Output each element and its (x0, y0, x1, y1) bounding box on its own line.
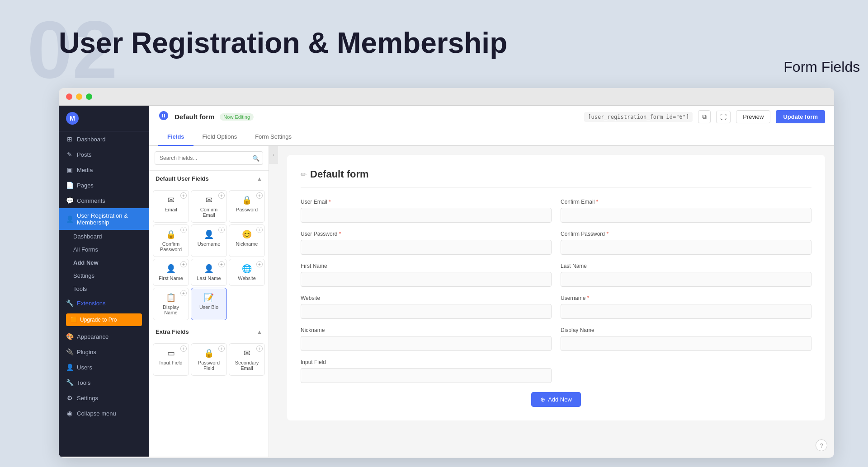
field-label: Input Field (159, 360, 182, 365)
field-display-name[interactable]: + 📋 Display Name (153, 288, 189, 320)
add-plus-icon[interactable]: + (180, 227, 187, 233)
sidebar-item-dashboard[interactable]: ⊞ Dashboard (59, 131, 149, 147)
add-plus-icon[interactable]: + (218, 346, 225, 352)
confirm-email-field-icon: ✉ (206, 195, 212, 205)
display-name-input[interactable] (561, 336, 811, 351)
nickname-label: Nickname (301, 327, 552, 333)
default-fields-label: Default User Fields (156, 175, 209, 182)
username-input[interactable] (561, 304, 811, 319)
password-field2-icon: 🔒 (204, 348, 214, 358)
field-password[interactable]: + 🔒 Password (229, 190, 265, 223)
shortcode-display[interactable]: [user_registration_form id="6"] (584, 112, 693, 122)
minimize-button[interactable] (76, 93, 82, 100)
field-confirm-email[interactable]: + ✉ Confirm Email (191, 190, 227, 223)
last-name-input[interactable] (561, 272, 811, 287)
field-secondary-email[interactable]: + ✉ Secondary Email (229, 343, 265, 376)
field-user-bio[interactable]: 📝 User Bio (191, 288, 227, 320)
copy-shortcode-button[interactable]: ⧉ (698, 110, 711, 123)
field-group-nickname: Nickname (301, 327, 552, 351)
add-plus-icon[interactable]: + (218, 261, 225, 267)
add-plus-icon[interactable]: + (180, 261, 187, 267)
field-password-field[interactable]: + 🔒 Password Field (191, 343, 227, 376)
add-plus-icon[interactable]: + (256, 192, 263, 199)
input-field-label: Input Field (301, 359, 552, 365)
sidebar-logo: M (59, 106, 149, 131)
field-email[interactable]: + ✉ Email (153, 190, 189, 223)
tab-form-settings[interactable]: Form Settings (246, 128, 301, 146)
website-input[interactable] (301, 304, 552, 319)
sidebar-item-comments[interactable]: 💬 Comments (59, 193, 149, 208)
main-content: Default form Now Editing [user_registrat… (149, 106, 834, 457)
sidebar-item-media[interactable]: ▣ Media (59, 162, 149, 177)
extra-fields-header[interactable]: Extra Fields ▲ (149, 324, 269, 340)
field-group-website: Website (301, 295, 552, 319)
field-label: Last Name (197, 276, 221, 281)
page-header: User Registration & Membership Form Fiel… (59, 27, 507, 59)
field-group-confirm-email: Confirm Email * (561, 199, 811, 223)
preview-button[interactable]: Preview (736, 110, 770, 123)
add-plus-icon[interactable]: + (218, 192, 225, 199)
search-input[interactable] (155, 151, 263, 165)
tab-fields[interactable]: Fields (158, 128, 193, 146)
help-icon[interactable]: ? (816, 439, 827, 451)
form-title-row: ✏ Default form (301, 168, 811, 188)
maximize-button[interactable] (86, 93, 92, 100)
sidebar-item-plugins[interactable]: 🔌 Plugins (59, 344, 149, 360)
user-password-input[interactable] (301, 240, 552, 255)
sidebar-item-settings[interactable]: ⚙ Settings (59, 390, 149, 406)
logo-icon: M (66, 112, 79, 125)
update-form-button[interactable]: Update form (776, 110, 825, 123)
expand-button[interactable]: ⛶ (716, 111, 731, 123)
form-row-4: Website Username * (301, 295, 811, 319)
add-plus-icon[interactable]: + (180, 346, 187, 352)
close-button[interactable] (66, 93, 72, 100)
sidebar-item-users[interactable]: 👤 Users (59, 360, 149, 375)
sidebar-sub-item-add-new[interactable]: Add New (59, 256, 149, 269)
pages-icon: 📄 (66, 182, 73, 189)
sidebar-sub-item-settings[interactable]: Settings (59, 269, 149, 282)
sidebar-item-pages[interactable]: 📄 Pages (59, 177, 149, 193)
tab-field-options[interactable]: Field Options (193, 128, 246, 146)
sidebar-item-label: Comments (77, 197, 105, 204)
input-field-input[interactable] (301, 368, 552, 383)
field-first-name[interactable]: + 👤 First Name (153, 259, 189, 286)
field-confirm-password[interactable]: + 🔒 Confirm Password (153, 224, 189, 257)
sidebar-sub-item-dashboard[interactable]: Dashboard (59, 230, 149, 243)
nickname-input[interactable] (301, 336, 552, 351)
page-title: User Registration & Membership (59, 27, 507, 59)
collapse-icon: ◉ (66, 410, 73, 417)
password-field-icon: 🔒 (242, 195, 252, 205)
field-website[interactable]: + 🌐 Website (229, 259, 265, 286)
sidebar-item-appearance[interactable]: 🎨 Appearance (59, 329, 149, 344)
confirm-password-input[interactable] (561, 240, 811, 255)
user-email-input[interactable] (301, 208, 552, 223)
add-plus-icon[interactable]: + (256, 261, 263, 267)
add-plus-icon[interactable]: + (180, 192, 187, 199)
add-plus-icon[interactable]: + (180, 290, 187, 296)
sidebar-sub-item-tools[interactable]: Tools (59, 282, 149, 295)
field-group-last-name: Last Name (561, 263, 811, 287)
first-name-input[interactable] (301, 272, 552, 287)
user-password-label: User Password * (301, 231, 552, 237)
field-last-name[interactable]: + 👤 Last Name (191, 259, 227, 286)
search-icon[interactable]: 🔍 (252, 155, 259, 162)
confirm-email-input[interactable] (561, 208, 811, 223)
field-nickname[interactable]: + 😊 Nickname (229, 224, 265, 257)
sidebar-item-posts[interactable]: ✎ Posts (59, 147, 149, 162)
edit-title-icon[interactable]: ✏ (301, 170, 307, 179)
form-card: ✏ Default form User Email * Confirm Emai… (287, 155, 825, 420)
default-user-fields-header[interactable]: Default User Fields ▲ (149, 171, 269, 187)
upgrade-button[interactable]: 🟧 Upgrade to Pro (66, 313, 142, 326)
sidebar-sub-item-all-forms[interactable]: All Forms (59, 243, 149, 256)
sidebar-item-collapse[interactable]: ◉ Collapse menu (59, 406, 149, 421)
add-plus-icon[interactable]: + (218, 227, 225, 233)
sidebar-item-extensions[interactable]: 🔧 Extensions (59, 295, 149, 311)
panel-collapse-button[interactable]: ‹ (269, 146, 278, 164)
sidebar-item-user-registration[interactable]: 👤 User Registration & Membership (59, 208, 149, 230)
add-new-button[interactable]: ⊕ Add New (531, 392, 581, 407)
sidebar-item-tools[interactable]: 🔧 Tools (59, 375, 149, 390)
add-plus-icon[interactable]: + (256, 346, 263, 352)
field-input-field[interactable]: + ▭ Input Field (153, 343, 189, 376)
add-plus-icon[interactable]: + (256, 227, 263, 233)
field-username[interactable]: + 👤 Username (191, 224, 227, 257)
